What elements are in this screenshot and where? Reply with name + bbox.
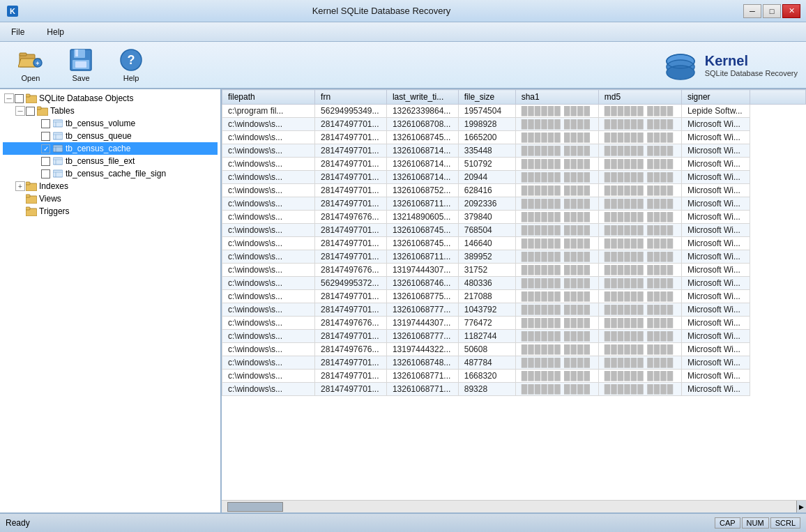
svg-rect-27: [53, 145, 63, 152]
app-icon: K: [6, 4, 20, 18]
tree-indexes[interactable]: + Indexes: [3, 180, 218, 192]
brand-subtitle: SQLite Database Recovery: [705, 69, 798, 77]
tree-panel[interactable]: ─ SQLite Database Objects ─ Tables: [0, 89, 222, 512]
table-row[interactable]: c:\windows\s...28147497701...13261068748…: [222, 356, 806, 370]
tb5-expand-spacer: [31, 169, 40, 178]
col-filepath[interactable]: filepath: [222, 90, 315, 105]
h-scroll-right-btn[interactable]: ▶: [796, 501, 806, 513]
table-row[interactable]: c:\windows\s...28147497701...13261068752…: [222, 184, 806, 197]
h-scroll-thumb[interactable]: [227, 502, 283, 512]
views-folder-icon: [26, 194, 37, 204]
tb3-checkbox[interactable]: ✓: [41, 144, 50, 153]
horizontal-scrollbar[interactable]: ▶: [222, 500, 806, 512]
tree-tb5[interactable]: tb_census_cache_file_sign: [3, 167, 218, 180]
tb4-checkbox[interactable]: [41, 157, 50, 166]
open-icon: +: [18, 47, 43, 73]
tb2-checkbox[interactable]: [41, 132, 50, 141]
svg-rect-30: [53, 158, 63, 165]
status-badges: CAP NUM SCRL: [715, 517, 800, 529]
tree-tb4[interactable]: tb_census_file_ext: [3, 155, 218, 167]
table-row[interactable]: c:\windows\s...28147497701...13261068745…: [222, 224, 806, 237]
svg-text:?: ?: [128, 53, 135, 67]
table-row[interactable]: c:\windows\s...28147497701...13261068775…: [222, 290, 806, 303]
table-row[interactable]: c:\program fil...56294995349...132623398…: [222, 105, 806, 118]
table-row[interactable]: c:\windows\s...28147497701...13261068745…: [222, 237, 806, 250]
tree-views[interactable]: Views: [3, 192, 218, 205]
table-row[interactable]: c:\windows\s...28147497701...13261068714…: [222, 171, 806, 184]
brand-icon: [663, 47, 698, 82]
table-row[interactable]: c:\windows\s...28147497701...13261068714…: [222, 144, 806, 158]
tree-tb2[interactable]: tb_census_queue: [3, 130, 218, 142]
table-row[interactable]: c:\windows\s...28147497676...13197444307…: [222, 317, 806, 330]
root-expand-icon[interactable]: ─: [4, 93, 14, 103]
indexes-expand-icon[interactable]: +: [15, 181, 25, 191]
table-row[interactable]: c:\windows\s...28147497701...13261068714…: [222, 158, 806, 171]
col-sha1[interactable]: sha1: [515, 90, 598, 105]
table-row[interactable]: c:\windows\s...28147497701...13261068745…: [222, 131, 806, 144]
tree-root[interactable]: ─ SQLite Database Objects: [3, 92, 218, 105]
col-md5[interactable]: md5: [598, 90, 681, 105]
tb3-expand-spacer: [31, 144, 40, 153]
data-grid[interactable]: filepath frn last_write_ti... file_size …: [222, 89, 806, 500]
table-row[interactable]: c:\windows\s...28147497701...13261068771…: [222, 383, 806, 396]
open-label: Open: [22, 74, 40, 82]
close-button[interactable]: ✕: [782, 4, 800, 18]
help-button[interactable]: ? Help: [109, 45, 153, 85]
table-row[interactable]: c:\windows\s...28147497701...13261068711…: [222, 250, 806, 264]
tb3-label: tb_census_cache: [66, 144, 130, 153]
tree-tables[interactable]: ─ Tables: [3, 105, 218, 117]
svg-rect-33: [53, 170, 63, 177]
col-lwt[interactable]: last_write_ti...: [386, 90, 458, 105]
menu-bar: File Help: [0, 22, 806, 42]
svg-text:+: +: [36, 60, 39, 67]
root-folder-icon: [26, 93, 37, 103]
tree-triggers[interactable]: Triggers: [3, 205, 218, 218]
table-row[interactable]: c:\windows\s...28147497701...13261068711…: [222, 197, 806, 211]
status-bar: Ready CAP NUM SCRL: [0, 512, 806, 532]
tree-tb1[interactable]: tb_census_volume: [3, 117, 218, 130]
col-frn[interactable]: frn: [315, 90, 387, 105]
table-row[interactable]: c:\windows\s...28147497701...13261068771…: [222, 370, 806, 383]
table-row[interactable]: c:\windows\s...28147497701...13261068777…: [222, 303, 806, 317]
col-scrollbar-space: [750, 90, 806, 105]
title-bar: K Kernel SQLite Database Recovery ─ □ ✕: [0, 0, 806, 22]
col-signer[interactable]: signer: [681, 90, 750, 105]
save-button[interactable]: Save: [59, 45, 103, 85]
tables-checkbox[interactable]: [26, 107, 35, 116]
save-icon: [68, 47, 93, 73]
save-label: Save: [72, 74, 89, 82]
table-row[interactable]: c:\windows\s...28147497676...13214890605…: [222, 211, 806, 224]
table-row[interactable]: c:\windows\s...28147497701...13261068777…: [222, 330, 806, 343]
tables-expand-icon[interactable]: ─: [15, 106, 25, 116]
table-row[interactable]: c:\windows\s...56294995372...13261068746…: [222, 277, 806, 290]
tb1-expand-spacer: [31, 119, 40, 128]
window-controls: ─ □ ✕: [743, 4, 800, 18]
table-row[interactable]: c:\windows\s...28147497676...13197444322…: [222, 343, 806, 356]
tb1-checkbox[interactable]: [41, 119, 50, 128]
triggers-label: Triggers: [39, 206, 70, 216]
open-button[interactable]: + Open: [8, 45, 53, 85]
table-row[interactable]: c:\windows\s...28147497701...13261068708…: [222, 118, 806, 131]
tb2-label: tb_census_queue: [66, 131, 132, 141]
tb5-checkbox[interactable]: [41, 169, 50, 178]
root-label: SQLite Database Objects: [39, 93, 133, 103]
status-text: Ready: [6, 518, 30, 528]
svg-rect-3: [20, 53, 26, 56]
svg-rect-41: [26, 207, 30, 210]
tb4-label: tb_census_file_ext: [66, 156, 135, 166]
indexes-folder-icon: [26, 181, 37, 191]
root-checkbox[interactable]: [15, 94, 24, 103]
svg-rect-18: [26, 94, 30, 97]
tb1-icon: [52, 119, 63, 128]
menu-file[interactable]: File: [6, 26, 30, 38]
col-size[interactable]: file_size: [458, 90, 515, 105]
tables-label: Tables: [50, 106, 75, 116]
svg-rect-10: [75, 61, 86, 68]
minimize-button[interactable]: ─: [743, 4, 761, 18]
tree-tb3[interactable]: ✓ tb_census_cache: [3, 142, 218, 155]
menu-help[interactable]: Help: [41, 26, 70, 38]
tb4-expand-spacer: [31, 156, 40, 166]
svg-rect-20: [37, 107, 41, 109]
table-row[interactable]: c:\windows\s...28147497676...13197444307…: [222, 264, 806, 277]
maximize-button[interactable]: □: [763, 4, 781, 18]
